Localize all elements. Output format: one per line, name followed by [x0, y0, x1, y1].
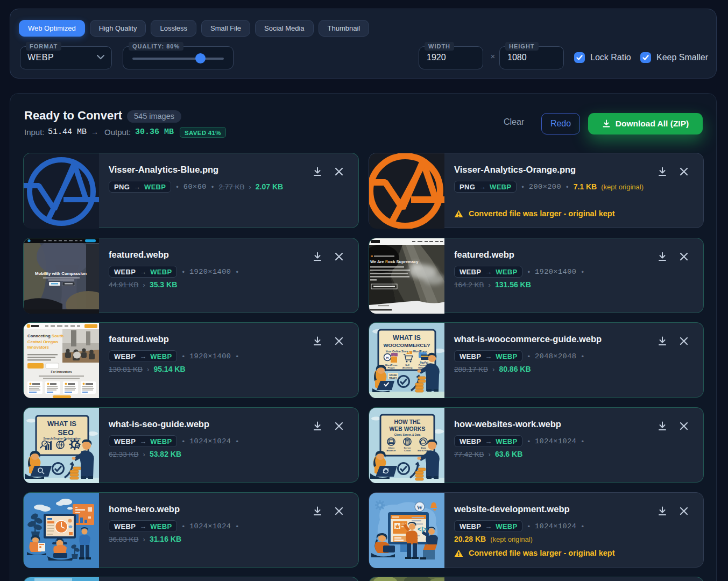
svg-text:Innovators: Innovators	[27, 345, 50, 350]
svg-text:WOOCOMMERCE?: WOOCOMMERCE?	[384, 342, 430, 348]
svg-text:SEO: SEO	[58, 428, 74, 437]
svg-text:READY: READY	[389, 377, 397, 379]
svg-text:For Innovators: For Innovators	[51, 370, 72, 373]
svg-text:<|>: <|>	[418, 526, 427, 533]
svg-text:Cloud: Cloud	[404, 449, 411, 452]
svg-text:Anything: Anything	[402, 366, 413, 369]
svg-text:Plugin: Plugin	[387, 366, 395, 369]
svg-text:We Are Rock Supremacy: We Are Rock Supremacy	[370, 259, 419, 264]
svg-text:HOW THE: HOW THE	[394, 419, 420, 425]
svg-text:WHAT IS: WHAT IS	[47, 420, 76, 428]
svg-text:Mobility with Compassion: Mobility with Compassion	[35, 271, 87, 276]
svg-text:W: W	[386, 356, 390, 360]
svg-text:WEB WORKS: WEB WORKS	[390, 426, 426, 432]
svg-text:Client, Server, & Data: Client, Server, & Data	[394, 434, 421, 436]
svg-text:Browser: Browser	[387, 449, 396, 452]
svg-text:Central Oregon: Central Oregon	[27, 339, 58, 344]
svg-text:Connecting South: Connecting South	[27, 334, 63, 338]
svg-text:WHAT IS: WHAT IS	[393, 334, 421, 342]
svg-text:W: W	[417, 504, 423, 511]
